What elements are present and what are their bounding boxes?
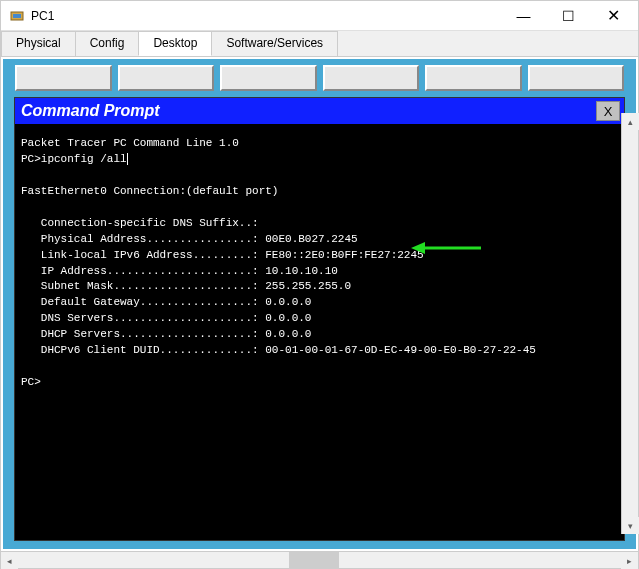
window-titlebar: PC1 — ☐ ✕: [1, 1, 638, 31]
desktop-app-icon[interactable]: [220, 65, 317, 91]
command-prompt-window: Command Prompt X Packet Tracer PC Comman…: [14, 97, 625, 541]
annotation-arrow-icon: [411, 240, 481, 256]
desktop-app-icon[interactable]: [15, 65, 112, 91]
maximize-button[interactable]: ☐: [546, 2, 591, 30]
cmd-titlebar: Command Prompt X: [15, 98, 624, 124]
app-window: PC1 — ☐ ✕ Physical Config Desktop Softwa…: [0, 0, 639, 569]
horizontal-scrollbar[interactable]: ◂ ▸: [1, 551, 638, 568]
minimize-button[interactable]: —: [501, 2, 546, 30]
scroll-right-icon[interactable]: ▸: [621, 552, 638, 569]
scroll-thumb[interactable]: [289, 552, 339, 569]
app-icon: [9, 8, 25, 24]
cmd-title: Command Prompt: [19, 102, 596, 120]
vertical-scrollbar[interactable]: ▴ ▾: [621, 113, 638, 534]
scroll-down-icon[interactable]: ▾: [622, 517, 639, 534]
window-controls: — ☐ ✕: [501, 2, 636, 30]
desktop-app-icon[interactable]: [323, 65, 420, 91]
cmd-close-button[interactable]: X: [596, 101, 620, 121]
window-title: PC1: [31, 9, 501, 23]
desktop-background: Command Prompt X Packet Tracer PC Comman…: [3, 59, 636, 549]
cmd-terminal-body[interactable]: Packet Tracer PC Command Line 1.0 PC>ipc…: [15, 124, 624, 540]
desktop-app-icon[interactable]: [425, 65, 522, 91]
tab-physical[interactable]: Physical: [1, 31, 76, 56]
scroll-track[interactable]: [18, 552, 621, 568]
text-cursor: [127, 153, 128, 165]
desktop-app-icon[interactable]: [118, 65, 215, 91]
scroll-track[interactable]: [622, 130, 638, 517]
close-button[interactable]: ✕: [591, 2, 636, 30]
scroll-left-icon[interactable]: ◂: [1, 552, 18, 569]
tab-software-services[interactable]: Software/Services: [211, 31, 338, 56]
desktop-icon-row: [7, 63, 632, 95]
tab-config[interactable]: Config: [75, 31, 140, 56]
desktop-app-icon[interactable]: [528, 65, 625, 91]
svg-marker-3: [411, 242, 425, 254]
svg-rect-1: [13, 14, 21, 18]
tab-bar: Physical Config Desktop Software/Service…: [1, 31, 638, 57]
tab-desktop[interactable]: Desktop: [138, 31, 212, 56]
scroll-up-icon[interactable]: ▴: [622, 113, 639, 130]
content-area: Command Prompt X Packet Tracer PC Comman…: [1, 57, 638, 551]
